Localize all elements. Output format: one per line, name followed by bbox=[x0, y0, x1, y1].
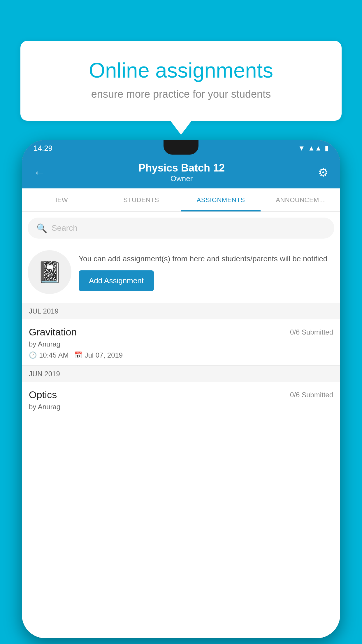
assignment-title-optics: Optics bbox=[29, 389, 57, 400]
content-area: 🔍 Search 📓 You can add assignment(s) fro… bbox=[22, 212, 340, 638]
app-bar: ← Physics Batch 12 Owner ⚙ bbox=[22, 156, 340, 188]
assignment-top-row: Gravitation 0/6 Submitted bbox=[29, 326, 333, 338]
phone-screen: 14:29 ▼ ▲▲ ▮ ← Physics Batch 12 Owner ⚙ … bbox=[22, 140, 340, 638]
promo-section: 📓 You can add assignment(s) from here an… bbox=[22, 244, 340, 303]
tab-students[interactable]: STUDENTS bbox=[101, 188, 181, 211]
tab-assignments[interactable]: ASSIGNMENTS bbox=[181, 188, 261, 211]
tab-assignments-label: ASSIGNMENTS bbox=[197, 196, 245, 204]
tab-bar: IEW STUDENTS ASSIGNMENTS ANNOUNCEM... bbox=[22, 188, 340, 212]
assignment-by-gravitation: by Anurag bbox=[29, 340, 333, 348]
speech-bubble-container: Online assignments ensure more practice … bbox=[20, 41, 342, 121]
speech-bubble: Online assignments ensure more practice … bbox=[20, 41, 342, 121]
assignment-item-optics[interactable]: Optics 0/6 Submitted by Anurag bbox=[22, 382, 340, 420]
app-bar-title-container: Physics Batch 12 Owner bbox=[48, 162, 315, 183]
assignment-by-optics: by Anurag bbox=[29, 403, 333, 411]
status-bar: 14:29 ▼ ▲▲ ▮ bbox=[22, 140, 340, 156]
app-bar-title: Physics Batch 12 bbox=[48, 162, 315, 174]
meta-date-gravitation: 📅 Jul 07, 2019 bbox=[74, 351, 123, 359]
promo-right: You can add assignment(s) from here and … bbox=[79, 253, 334, 291]
assignment-top-row-optics: Optics 0/6 Submitted bbox=[29, 389, 333, 400]
tab-iew[interactable]: IEW bbox=[22, 188, 101, 211]
submitted-badge-gravitation: 0/6 Submitted bbox=[290, 328, 333, 336]
settings-icon[interactable]: ⚙ bbox=[315, 163, 331, 182]
search-icon: 🔍 bbox=[36, 223, 47, 233]
tab-announcements-label: ANNOUNCEM... bbox=[276, 196, 325, 204]
meta-time-gravitation: 🕐 10:45 AM bbox=[29, 351, 68, 359]
search-bar[interactable]: 🔍 Search bbox=[28, 218, 334, 239]
status-time: 14:29 bbox=[34, 144, 52, 153]
assignment-title-gravitation: Gravitation bbox=[29, 326, 77, 338]
search-placeholder: Search bbox=[52, 223, 78, 233]
assignment-item-gravitation[interactable]: Gravitation 0/6 Submitted by Anurag 🕐 10… bbox=[22, 319, 340, 365]
bubble-subtitle: ensure more practice for your students bbox=[44, 88, 318, 100]
bubble-title: Online assignments bbox=[44, 58, 318, 82]
notch bbox=[164, 140, 198, 155]
promo-icon-circle: 📓 bbox=[28, 250, 71, 294]
signal-icon: ▲▲ bbox=[308, 144, 322, 152]
section-header-jun: JUN 2019 bbox=[22, 365, 340, 382]
add-assignment-button[interactable]: Add Assignment bbox=[79, 270, 154, 291]
tab-iew-label: IEW bbox=[55, 196, 68, 204]
status-icons: ▼ ▲▲ ▮ bbox=[298, 144, 328, 152]
assignment-meta-gravitation: 🕐 10:45 AM 📅 Jul 07, 2019 bbox=[29, 351, 333, 359]
tab-announcements[interactable]: ANNOUNCEM... bbox=[261, 188, 340, 211]
calendar-icon: 📅 bbox=[74, 351, 82, 359]
battery-icon: ▮ bbox=[325, 144, 328, 152]
promo-text: You can add assignment(s) from here and … bbox=[79, 253, 334, 265]
app-bar-subtitle: Owner bbox=[48, 174, 315, 183]
submitted-badge-optics: 0/6 Submitted bbox=[290, 391, 333, 399]
back-button[interactable]: ← bbox=[31, 163, 48, 182]
phone-frame: 14:29 ▼ ▲▲ ▮ ← Physics Batch 12 Owner ⚙ … bbox=[22, 140, 340, 638]
assignment-time-gravitation: 10:45 AM bbox=[39, 351, 68, 359]
assignment-date-gravitation: Jul 07, 2019 bbox=[85, 351, 123, 359]
section-header-jul: JUL 2019 bbox=[22, 303, 340, 319]
tab-students-label: STUDENTS bbox=[123, 196, 159, 204]
wifi-icon: ▼ bbox=[298, 144, 305, 152]
clock-icon: 🕐 bbox=[29, 351, 37, 359]
notebook-icon: 📓 bbox=[37, 260, 62, 284]
